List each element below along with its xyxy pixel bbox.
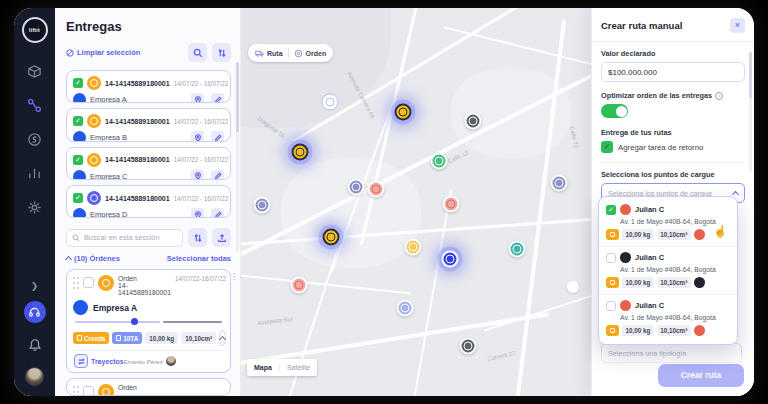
entrega-label: Entrega de tus rutas [601,128,745,137]
checkbox-checked[interactable]: ✓ [601,141,613,153]
map-marker-dark[interactable] [465,113,482,130]
support-icon[interactable] [24,301,46,323]
pin-button[interactable] [191,170,204,180]
checkbox-unchecked[interactable] [606,301,616,311]
order-card-partial[interactable]: Orden [66,378,231,396]
sort-button[interactable] [212,43,231,62]
contact-avatar [620,252,631,263]
orders-collapse-toggle[interactable]: (10) Órdenes [66,254,120,263]
dropdown-option[interactable]: Julian C Av. 1 de Mayo #40B-64, Bogotá 1… [599,295,737,342]
map-layer-toggle: Ruta Orden [248,44,333,62]
close-button[interactable]: × [730,18,745,33]
map-marker-white[interactable] [567,281,579,293]
checkbox-checked[interactable]: ✓ [73,193,83,203]
street-label: Calle 72 [569,126,579,149]
checkbox-unchecked[interactable] [606,253,616,263]
drag-handle-icon[interactable] [73,277,79,289]
map-road [241,274,411,295]
status-badge: Creada [73,332,109,344]
panel-title: Crear ruta manual [601,20,730,31]
expand-rail-icon[interactable]: ❯ [31,281,39,291]
create-route-button[interactable]: Crear ruta [658,364,744,387]
app-window: liftit ❯ Entregas Limpiar selección ✓14-… [14,8,754,396]
valor-input[interactable]: $100.000.000 [601,62,745,82]
checkbox-unchecked[interactable] [83,386,94,396]
map-marker-teal[interactable] [509,241,526,258]
map-marker-yellow-glow[interactable] [292,144,309,161]
order-card[interactable]: Orden 14-14145889180001 14/07/22-16/07/2… [66,269,231,373]
map-marker-pink[interactable] [443,196,460,213]
sort-orders-button[interactable] [188,228,207,247]
checkbox-checked[interactable]: ✓ [606,205,616,215]
package-icon[interactable] [23,59,47,83]
delivery-card[interactable]: ✓14-1414588918000114/07/22 - 16/07/22 Em… [66,185,231,218]
pin-button[interactable] [191,208,204,218]
delivery-card[interactable]: ✓14-1414588918000114/07/22 - 16/07/22 Em… [66,70,231,103]
slider-handle[interactable] [131,318,138,325]
payments-icon[interactable] [23,127,47,151]
map-marker-yellow-glow[interactable] [395,104,412,121]
map-marker-yellow-soft[interactable] [405,239,422,256]
map-marker-dark[interactable] [460,338,477,355]
edit-button[interactable] [211,131,224,141]
orders-search-input[interactable]: Buscar en esta sección [66,229,183,247]
analytics-icon[interactable] [23,161,47,185]
mapa-tab[interactable]: Mapa [247,364,279,371]
settings-icon[interactable] [23,195,47,219]
drag-handle-icon[interactable] [73,386,79,396]
edit-button[interactable] [211,170,224,180]
map-marker-green[interactable] [431,153,448,170]
pencil-icon [214,96,222,104]
order-trips-link[interactable]: Trayectos [91,358,124,365]
info-icon[interactable]: i [715,92,723,100]
dropdown-option[interactable]: ✓Julian C Av. 1 de Mayo #40B-64, Bogotá … [599,199,737,247]
volume-badge: 10,10cm³ [657,229,691,240]
route-icon[interactable] [23,93,47,117]
dropdown-option[interactable]: Julian C Av. 1 de Mayo #40B-64, Bogotá 1… [599,247,737,295]
panel-scrollbar[interactable] [749,52,752,172]
toggle-ruta[interactable]: Ruta [255,49,283,58]
delivery-card[interactable]: ✓14-1414588918000114/07/22 - 16/07/22 Em… [66,108,231,141]
delivery-card[interactable]: ✓14-1414588918000114/07/22 - 16/07/22 Em… [66,147,231,180]
map-marker-slate[interactable] [551,175,568,192]
company-avatar [73,93,86,103]
map-marker-ghost[interactable] [322,94,339,111]
checkbox-unchecked[interactable] [83,277,94,288]
satelite-tab[interactable]: Satélite [279,364,317,371]
map-marker-lavender[interactable] [397,300,414,317]
clear-selection-button[interactable]: Limpiar selección [66,48,140,57]
map-canvas[interactable]: Diagonal 16Avenida Carrera 68Calle 13Aut… [241,8,591,396]
checkbox-checked[interactable]: ✓ [73,78,83,88]
toggle-orden-label: Orden [306,50,327,57]
optimize-label: Optimizar orden de las entregasi [601,91,745,100]
optimize-toggle[interactable] [601,104,628,118]
list-scrollbar-thumb[interactable] [236,62,239,132]
user-avatar[interactable] [25,367,44,386]
edit-button[interactable] [211,93,224,103]
pin-button[interactable] [191,93,204,103]
checkbox-checked[interactable]: ✓ [73,116,83,126]
export-button[interactable] [212,228,231,247]
checkbox-checked[interactable]: ✓ [73,155,83,165]
expand-order-button[interactable] [219,330,226,346]
contact-avatar [620,204,631,215]
search-button[interactable] [188,43,207,62]
brand-logo[interactable]: liftit [22,17,48,43]
map-marker-blue-glow[interactable] [442,251,459,268]
order-progress-slider[interactable] [75,318,222,326]
toggle-orden[interactable]: Orden [294,49,327,58]
edit-button[interactable] [211,208,224,218]
map-marker-slate[interactable] [348,179,365,196]
notifications-icon[interactable] [23,333,47,357]
trips-icon-button[interactable] [74,354,88,368]
kebab-menu-icon[interactable]: ⋮ [230,275,238,279]
map-marker-pink[interactable] [368,181,385,198]
pencil-icon [214,172,222,180]
map-marker-yellow-glow[interactable] [323,229,340,246]
order-type-icon [87,76,101,90]
map-marker-slate[interactable] [254,197,271,214]
contact-avatar [620,300,631,311]
select-all-link[interactable]: Seleccionar todas [167,254,231,263]
pin-button[interactable] [191,131,204,141]
map-marker-pink[interactable] [291,277,308,294]
